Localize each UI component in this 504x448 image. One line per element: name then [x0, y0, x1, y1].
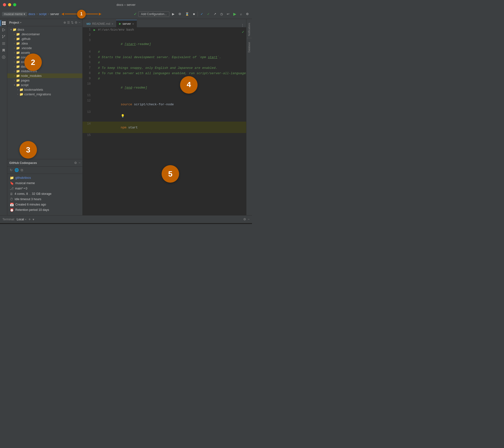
- tree-item-middleware[interactable]: › 📁 middleware: [7, 69, 82, 74]
- codespaces-settings-icon[interactable]: ⚙: [74, 161, 77, 165]
- project-dropdown-icon[interactable]: ▾: [20, 21, 21, 24]
- panel-close-icon[interactable]: −: [78, 21, 80, 24]
- terminal-minimize-icon[interactable]: −: [248, 217, 250, 221]
- tree-item-assets[interactable]: › 📁 assets: [7, 50, 82, 55]
- tab-readme[interactable]: MD README.md ×: [84, 20, 116, 27]
- line-7-content: # To keep things snappy, only English an…: [98, 66, 246, 70]
- right-sidebar: Notifications Database: [246, 19, 252, 215]
- tree-item-vscode[interactable]: › 📁 .vscode: [7, 46, 82, 50]
- codespaces-sidebar-icon[interactable]: [0, 54, 7, 60]
- content-migrations-folder-icon: 📁: [19, 92, 23, 96]
- line-13-content: 💡: [98, 110, 246, 122]
- notifications-label[interactable]: Notifications: [248, 22, 251, 37]
- check-button[interactable]: ✓: [206, 11, 211, 17]
- annotation3-container: 3: [19, 141, 37, 158]
- add-terminal-button[interactable]: +: [28, 217, 31, 222]
- code-line-5: 5 # Starts the local development server.…: [83, 55, 246, 60]
- server-tab-close[interactable]: ×: [132, 22, 134, 25]
- cs-retention: Retention period 10 days: [15, 208, 49, 212]
- codespaces-panel: GitHub Codespaces ⚙ − ↻ 🌐 ⧉ 📁 github/doc…: [7, 159, 82, 215]
- assets-expand-icon: ›: [13, 51, 16, 54]
- tab-server[interactable]: ▶ server ×: [116, 20, 137, 27]
- bookmarks-icon[interactable]: [0, 47, 7, 54]
- tree-item-devcontainer[interactable]: › 📁 .devcontainer: [7, 32, 82, 37]
- tree-item-github[interactable]: › 📁 .github: [7, 37, 82, 41]
- svg-rect-1: [4, 21, 6, 23]
- codespaces-copy-icon[interactable]: ⧉: [21, 168, 23, 172]
- tree-item-content1[interactable]: › 📁 con...: [7, 55, 82, 59]
- tree-item-script[interactable]: ▾ 📁 script: [7, 83, 82, 87]
- close-button[interactable]: [3, 3, 6, 6]
- terminal-local-tab[interactable]: Local ×: [17, 218, 26, 221]
- terminal-content[interactable]: /workspaces/docs (main * u=) $: [0, 223, 252, 224]
- line-num-14: 14: [83, 122, 93, 125]
- terminal-dropdown-icon[interactable]: ▾: [33, 217, 34, 221]
- svg-point-5: [2, 30, 3, 31]
- panel-settings-icon[interactable]: ⚙: [75, 21, 77, 24]
- codespaces-close-icon[interactable]: −: [78, 161, 80, 165]
- line10-comment2: -readme]: [132, 86, 147, 90]
- clock-button[interactable]: ◷: [219, 11, 224, 17]
- cs-branch-row: ⎇ main* • 0: [10, 187, 80, 191]
- play-button[interactable]: ▶: [171, 11, 176, 17]
- structure-icon[interactable]: [0, 40, 7, 47]
- stop-button[interactable]: ■: [192, 11, 196, 17]
- content1-folder-icon: 📁: [16, 56, 20, 59]
- content1-expand-icon: ›: [13, 56, 16, 58]
- line-9-content: #: [98, 76, 246, 80]
- tree-item-pages[interactable]: › 📁 pages: [7, 78, 82, 83]
- line-13-arrow: [93, 110, 98, 110]
- line14-start: start: [126, 126, 138, 129]
- maximize-button[interactable]: [13, 3, 16, 6]
- panel-filter-icon[interactable]: ⇅: [71, 21, 74, 24]
- settings-button[interactable]: ⚙: [245, 11, 250, 17]
- breadcrumb-script[interactable]: script: [39, 12, 46, 16]
- export-button[interactable]: ↗: [212, 11, 217, 17]
- svg-rect-3: [4, 23, 6, 25]
- tree-item-contributing[interactable]: › 📁 contributing: [7, 59, 82, 64]
- github-folder-icon: 📁: [16, 37, 20, 41]
- tree-root-docs[interactable]: ▾ 📁 docs: [7, 27, 82, 32]
- panel-sync-icon[interactable]: ⊕: [63, 21, 66, 24]
- project-icon[interactable]: [0, 20, 7, 26]
- codespaces-refresh-icon[interactable]: ↻: [10, 168, 13, 172]
- pullreq-icon[interactable]: [0, 34, 7, 40]
- server-tab-label: server: [123, 22, 131, 25]
- breadcrumb-docs[interactable]: docs: [28, 12, 35, 16]
- search-button[interactable]: ⌕: [239, 11, 243, 17]
- arrow-right-icon: ►: [98, 11, 102, 17]
- line-num-15: 15: [83, 133, 93, 137]
- line-num-6: 6: [83, 60, 93, 64]
- git-icon[interactable]: [0, 27, 7, 33]
- svg-point-8: [2, 37, 3, 38]
- node-modules-label: node_modules: [21, 74, 42, 78]
- bookmark-button[interactable]: ✓: [199, 11, 204, 17]
- editor-more-button[interactable]: ⋮: [241, 23, 246, 27]
- run-check-icon[interactable]: ✓: [134, 12, 137, 16]
- database-label[interactable]: Database: [248, 41, 251, 54]
- tree-item-data[interactable]: › 📁 data: [7, 64, 82, 69]
- build-button[interactable]: ⚙: [177, 11, 182, 17]
- cs-repo[interactable]: github/docs: [15, 176, 31, 179]
- local-tab-close[interactable]: ×: [25, 218, 26, 221]
- branch-selector[interactable]: musical meme ▾: [2, 12, 27, 16]
- readme-tab-close[interactable]: ×: [111, 22, 113, 25]
- panel-list-icon[interactable]: ☰: [67, 21, 70, 24]
- breadcrumb-server: server: [50, 12, 59, 16]
- run-button[interactable]: ▶: [232, 11, 237, 17]
- tree-item-bookmarklets[interactable]: › 📁 bookmarklets: [7, 87, 82, 92]
- line-8-arrow: [93, 71, 98, 72]
- codespaces-globe-icon[interactable]: 🌐: [15, 168, 19, 172]
- add-config-button[interactable]: Add Configuration...: [138, 11, 169, 17]
- code-line-13: 13 💡: [83, 110, 246, 122]
- undo-button[interactable]: ↩: [226, 11, 231, 17]
- terminal-settings-icon[interactable]: ⚙: [243, 217, 246, 221]
- tree-item-node-modules[interactable]: › 📁 node_modules: [7, 74, 82, 78]
- tree-item-idea[interactable]: › 📁 .idea: [7, 41, 82, 46]
- idea-label: .idea: [21, 41, 28, 45]
- coverage-button[interactable]: ⌛: [184, 11, 190, 17]
- root-folder-icon: 📁: [13, 28, 17, 31]
- minimize-button[interactable]: [8, 3, 11, 6]
- tree-item-content-migrations[interactable]: › 📁 content_migrations: [7, 92, 82, 97]
- annotation-3: 3: [19, 141, 37, 158]
